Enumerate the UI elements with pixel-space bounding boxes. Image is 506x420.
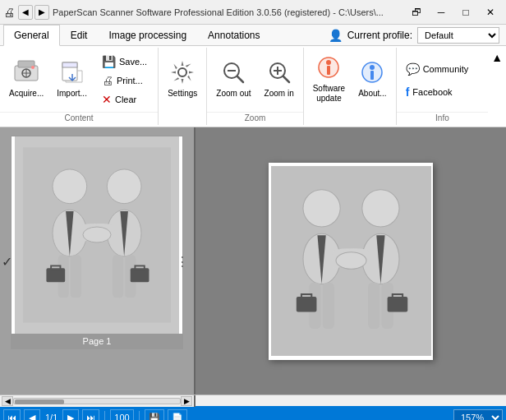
clear-button[interactable]: ✕ Clear	[96, 90, 153, 108]
facebook-label: Facebook	[412, 87, 452, 97]
acquire-icon	[13, 59, 39, 85]
svg-point-3	[31, 66, 34, 69]
content-group-label: Content	[0, 112, 158, 123]
svg-rect-42	[322, 283, 334, 329]
import-icon	[59, 59, 85, 85]
ribbon-collapse: ▲	[488, 48, 506, 125]
app-icon: 🖨	[3, 6, 15, 19]
page-info: 1/1	[45, 413, 58, 420]
svg-line-15	[283, 76, 289, 82]
window-title: PaperScan Scanner Software Professional …	[53, 7, 404, 17]
tab-edit[interactable]: Edit	[60, 25, 99, 46]
svg-line-11	[237, 76, 243, 82]
save-icon: 💾	[102, 55, 116, 68]
import-button[interactable]: Import...	[51, 51, 93, 107]
facebook-button[interactable]: f Facebook	[400, 83, 458, 101]
scrollbar-thumb[interactable]	[15, 399, 64, 404]
community-label: Community	[423, 64, 469, 74]
prev-page-button[interactable]: ◀	[24, 409, 40, 420]
zoom-out-button[interactable]: Zoom out	[210, 51, 256, 107]
content-group: Acquire... Import... 💾 Sav	[0, 48, 159, 125]
zoom-group-label: Zoom	[207, 112, 302, 123]
main-area: ✓	[0, 127, 506, 395]
zoom-in-icon	[266, 59, 292, 85]
thumbnail-scrollbar[interactable]: ◀ ▶	[0, 395, 196, 407]
document-view	[196, 127, 506, 395]
profile-label: Current profile:	[347, 30, 412, 41]
tab-image-processing[interactable]: Image processing	[98, 25, 197, 46]
save-status-button[interactable]: 💾	[145, 409, 164, 420]
scroll-right-button[interactable]: ▶	[181, 396, 192, 406]
profile-select[interactable]: Default	[417, 27, 499, 44]
svg-rect-7	[62, 62, 77, 67]
zoom-out-icon	[220, 59, 246, 85]
svg-point-47	[336, 252, 366, 270]
maximize-button[interactable]: □	[453, 2, 478, 23]
svg-point-17	[326, 60, 331, 65]
first-page-button[interactable]: ⏮	[3, 409, 21, 420]
svg-point-8	[178, 68, 186, 76]
import-label: Import...	[57, 89, 87, 99]
clear-icon: ✕	[102, 93, 112, 106]
about-label: About...	[358, 89, 386, 99]
document-page	[269, 163, 433, 360]
software-update-icon	[315, 54, 342, 81]
community-icon: 💬	[406, 62, 420, 76]
software-update-group: Software update About... .	[304, 48, 397, 125]
svg-point-25	[53, 169, 87, 204]
last-page-button[interactable]: ⏭	[82, 409, 99, 420]
ribbon-tabs: General Edit Image processing Annotation…	[0, 25, 506, 46]
svg-rect-28	[71, 255, 81, 298]
software-update-label: Software update	[313, 84, 345, 104]
ribbon-collapse-button[interactable]: ▲	[490, 49, 504, 66]
settings-icon	[169, 59, 196, 85]
document-scrollbar[interactable]	[196, 395, 506, 407]
close-button[interactable]: ✕	[478, 2, 503, 23]
about-icon	[359, 59, 385, 85]
scroll-left-button[interactable]: ◀	[2, 396, 13, 406]
svg-point-33	[83, 227, 111, 242]
thumbnail-item[interactable]: Page 1	[11, 136, 183, 349]
settings-label: Settings	[168, 89, 197, 99]
print-button[interactable]: 🖨 Print...	[96, 72, 153, 90]
print-icon: 🖨	[102, 74, 113, 87]
thumbnail-image	[15, 136, 179, 334]
thumbnail-label: Page 1	[12, 334, 182, 348]
restore-button[interactable]: 🗗	[404, 2, 429, 23]
window-controls: 🗗 ─ □ ✕	[404, 2, 503, 23]
settings-button[interactable]: Settings	[162, 51, 203, 107]
save-group: 💾 Save... 🖨 Print... ✕ Clear	[94, 51, 154, 110]
community-button[interactable]: 💬 Community	[400, 60, 475, 78]
statusbar: ⏮ ◀ 1/1 ▶ ⏭ 100 💾 📄 157% 100% 75% 50%	[0, 406, 506, 420]
page-status-button[interactable]: 📄	[168, 409, 187, 420]
more-options-icon[interactable]: ⋮	[176, 253, 189, 269]
software-update-button[interactable]: Software update	[307, 51, 351, 107]
zoom-group: Zoom out Zoom in Zoom	[207, 48, 303, 125]
separator-2	[139, 411, 140, 420]
tab-annotations[interactable]: Annotations	[197, 25, 270, 46]
forward-button[interactable]: ▶	[34, 5, 49, 20]
svg-rect-22	[370, 71, 374, 80]
profile-user-icon: 👤	[329, 29, 343, 42]
zoom-100-button[interactable]: 100	[110, 409, 133, 420]
facebook-icon: f	[406, 85, 410, 99]
svg-point-21	[370, 65, 375, 70]
separator-1	[104, 411, 105, 420]
scrollbar-area: ◀ ▶	[0, 395, 506, 406]
about-button[interactable]: About...	[352, 51, 392, 107]
zoom-select[interactable]: 157% 100% 75% 50%	[453, 409, 503, 420]
next-page-button[interactable]: ▶	[62, 409, 79, 420]
svg-rect-34	[113, 255, 123, 298]
zoom-in-label: Zoom in	[264, 89, 294, 99]
zoom-out-label: Zoom out	[216, 89, 251, 99]
save-button[interactable]: 💾 Save...	[96, 53, 153, 71]
back-button[interactable]: ◀	[18, 5, 33, 20]
minimize-button[interactable]: ─	[429, 2, 453, 23]
save-label: Save...	[119, 57, 147, 67]
svg-rect-18	[327, 66, 330, 75]
info-group-label: Info	[397, 112, 489, 123]
svg-point-31	[107, 169, 141, 204]
acquire-button[interactable]: Acquire...	[3, 51, 49, 107]
zoom-in-button[interactable]: Zoom in	[259, 51, 300, 107]
tab-general[interactable]: General	[3, 25, 60, 46]
